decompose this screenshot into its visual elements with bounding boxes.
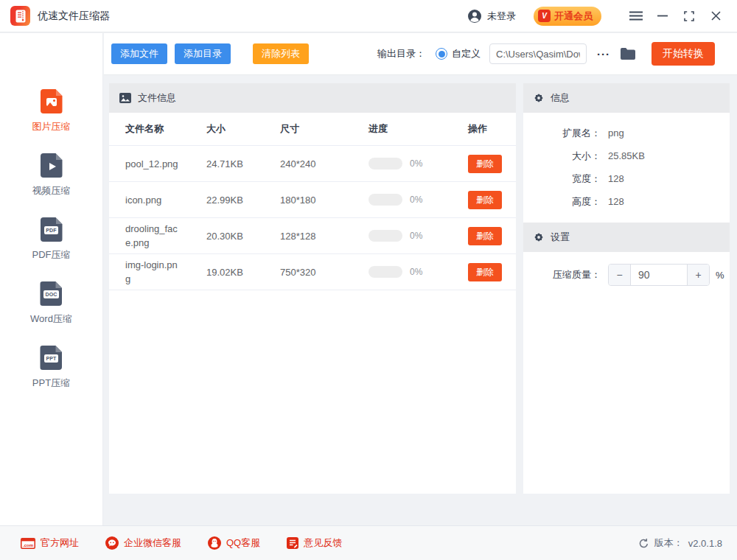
sidebar-item[interactable]: 图片压缩 bbox=[32, 89, 71, 133]
progress-cell: 0% bbox=[368, 230, 468, 242]
file-dims-cell: 750*320 bbox=[280, 267, 368, 278]
sidebar: 图片压缩 视频压缩 PDF PDF压缩 DOC bbox=[0, 33, 103, 525]
footer-link[interactable]: .com 企业微信客服 bbox=[105, 536, 181, 550]
footer-link-label: 意见反馈 bbox=[304, 536, 342, 550]
close-button[interactable] bbox=[705, 6, 727, 27]
app-logo-icon bbox=[10, 6, 30, 26]
app-title: 优速文件压缩器 bbox=[38, 10, 110, 23]
open-vip-label: 开通会员 bbox=[554, 10, 593, 23]
play-glyph-icon bbox=[49, 163, 56, 170]
footer-link[interactable]: .com QQ客服 bbox=[208, 536, 260, 550]
folder-icon bbox=[621, 48, 635, 60]
info-field-row: 高度： 128 bbox=[523, 190, 730, 213]
maximize-icon bbox=[684, 11, 694, 21]
progress-bar bbox=[368, 266, 402, 278]
quality-minus-button[interactable]: − bbox=[609, 265, 631, 285]
info-fields: 扩展名： png 大小： 25.85KB 宽度： 128 高度： 128 bbox=[523, 113, 730, 223]
file-name-cell: icon.png bbox=[109, 193, 206, 207]
file-dims-cell: 180*180 bbox=[280, 195, 368, 206]
delete-button[interactable]: 删除 bbox=[468, 191, 502, 209]
output-path-input[interactable] bbox=[489, 43, 587, 64]
format-badge: DOC bbox=[43, 290, 58, 298]
qq-service-icon bbox=[208, 536, 221, 550]
progress-label: 0% bbox=[410, 195, 422, 205]
add-directory-button[interactable]: 添加目录 bbox=[175, 43, 231, 64]
hamburger-menu-icon bbox=[629, 11, 643, 21]
menu-button[interactable] bbox=[625, 6, 647, 27]
footer-link[interactable]: .com 意见反馈 bbox=[287, 536, 342, 550]
picture-icon bbox=[119, 93, 131, 103]
progress-label: 0% bbox=[410, 267, 422, 277]
file-size-cell: 24.71KB bbox=[206, 158, 280, 169]
progress-bar bbox=[368, 158, 402, 169]
delete-button[interactable]: 删除 bbox=[468, 227, 502, 245]
sidebar-item[interactable]: PPT PPT压缩 bbox=[32, 346, 70, 390]
file-type-icon: PDF bbox=[41, 217, 63, 242]
browse-folder-button[interactable] bbox=[621, 48, 635, 60]
table-header: 文件名称 大小 尺寸 进度 操作 bbox=[109, 113, 516, 146]
image-glyph-icon bbox=[46, 98, 57, 106]
login-status[interactable]: 未登录 bbox=[467, 9, 516, 24]
quality-unit: % bbox=[716, 270, 724, 281]
sidebar-item[interactable]: PDF PDF压缩 bbox=[32, 217, 71, 262]
quality-plus-button[interactable]: + bbox=[687, 265, 709, 285]
vip-badge-icon: V bbox=[538, 10, 551, 22]
start-convert-button[interactable]: 开始转换 bbox=[652, 42, 715, 66]
right-panel: 信息 扩展名： png 大小： 25.85KB 宽度： 128 高度： 128 bbox=[523, 83, 730, 494]
col-header-size: 大小 bbox=[206, 122, 280, 136]
feedback-icon bbox=[287, 537, 298, 549]
update-refresh-icon bbox=[638, 538, 649, 549]
open-vip-button[interactable]: V 开通会员 bbox=[534, 7, 601, 26]
version-value: v2.0.1.8 bbox=[688, 538, 722, 549]
progress-cell: 0% bbox=[368, 158, 468, 169]
field-value: 25.85KB bbox=[608, 150, 645, 161]
file-type-icon bbox=[41, 89, 63, 113]
file-info-panel: 文件信息 文件名称 大小 尺寸 进度 操作 pool_12.png 24.71K… bbox=[109, 83, 516, 494]
action-cell: 删除 bbox=[468, 227, 516, 245]
footer-link[interactable]: .com 官方网址 bbox=[21, 536, 79, 550]
footer-link-label: QQ客服 bbox=[226, 536, 260, 550]
quantity-stepper: − + bbox=[608, 264, 710, 286]
custom-radio[interactable] bbox=[436, 48, 447, 60]
sidebar-item-label: PPT压缩 bbox=[32, 377, 70, 390]
file-size-cell: 19.02KB bbox=[206, 267, 280, 278]
sidebar-item-label: 图片压缩 bbox=[32, 120, 71, 133]
file-panel-title: 文件信息 bbox=[138, 91, 176, 105]
footer-link-label: 企业微信客服 bbox=[124, 536, 181, 550]
format-badge: PDF bbox=[44, 226, 58, 234]
progress-cell: 0% bbox=[368, 266, 468, 278]
minimize-button[interactable] bbox=[652, 6, 674, 27]
col-header-progress: 进度 bbox=[368, 122, 468, 136]
gear-icon bbox=[534, 232, 544, 242]
maximize-button[interactable] bbox=[678, 6, 700, 27]
version-label: 版本： bbox=[654, 536, 683, 550]
sidebar-item-label: 视频压缩 bbox=[32, 184, 71, 197]
file-dims-cell: 128*128 bbox=[280, 231, 368, 242]
sidebar-item[interactable]: DOC Word压缩 bbox=[30, 281, 72, 326]
file-type-icon bbox=[41, 153, 63, 178]
action-cell: 删除 bbox=[468, 191, 516, 209]
quality-setting-row: 压缩质量： − + % bbox=[523, 264, 730, 286]
field-label: 扩展名： bbox=[523, 127, 601, 140]
wechat-service-icon bbox=[105, 536, 119, 550]
quality-label: 压缩质量： bbox=[523, 268, 601, 281]
field-label: 高度： bbox=[523, 195, 601, 209]
more-options-button[interactable]: ··· bbox=[593, 47, 615, 61]
sidebar-item[interactable]: 视频压缩 bbox=[32, 153, 71, 197]
field-value: 128 bbox=[608, 173, 624, 184]
action-cell: 删除 bbox=[468, 263, 516, 281]
login-status-label: 未登录 bbox=[487, 10, 516, 23]
delete-button[interactable]: 删除 bbox=[468, 263, 502, 281]
minimize-icon bbox=[657, 15, 668, 17]
field-label: 宽度： bbox=[523, 172, 601, 186]
table-row: icon.png 22.99KB 180*180 0% 删除 bbox=[109, 182, 516, 218]
quality-input[interactable] bbox=[631, 265, 687, 285]
add-file-button[interactable]: 添加文件 bbox=[111, 43, 167, 64]
info-panel-title: 信息 bbox=[551, 91, 570, 105]
delete-button[interactable]: 删除 bbox=[468, 155, 502, 173]
field-value: 128 bbox=[608, 196, 624, 207]
file-type-icon: DOC bbox=[40, 281, 62, 306]
clear-list-button[interactable]: 清除列表 bbox=[253, 43, 309, 64]
col-header-name: 文件名称 bbox=[109, 122, 206, 136]
output-dir-label: 输出目录： bbox=[377, 47, 425, 60]
